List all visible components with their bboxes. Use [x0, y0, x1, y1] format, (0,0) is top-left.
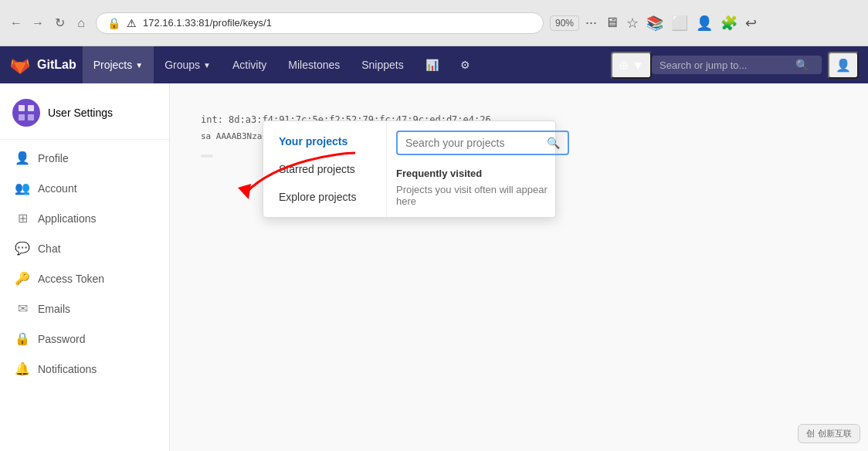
header-search[interactable]: 🔍 [652, 56, 822, 74]
gitlab-logo-icon [9, 54, 31, 76]
projects-dropdown: Your projects Starred projects Explore p… [263, 120, 556, 218]
dropdown-your-projects[interactable]: Your projects [263, 127, 386, 155]
sidebar-item-label-access-token: Access Token [38, 273, 104, 285]
key-block [201, 154, 213, 158]
dropdown-right-panel: 🔍 Frequently visited Projects you visit … [387, 121, 578, 217]
browser-chrome: ← → ↻ ⌂ 🔒 ⚠ 90% ··· 🖥 ☆ 📚 ⬜ 👤 🧩 ↩ [0, 0, 868, 46]
dropdown-search-icon: 🔍 [547, 137, 560, 149]
emails-icon: ✉ [15, 301, 30, 316]
snippets-nav-label: Snippets [361, 59, 403, 71]
sidebar-item-password[interactable]: 🔒 Password [0, 324, 169, 354]
milestones-nav-item[interactable]: Milestones [277, 46, 351, 83]
projects-nav-item[interactable]: Projects ▼ [83, 46, 154, 83]
more-icon[interactable]: ··· [585, 15, 597, 31]
browser-right-icons: ··· 🖥 ☆ 📚 ⬜ 👤 🧩 ↩ [585, 15, 757, 32]
shield-icon: ⚠ [127, 17, 137, 29]
sidebar-item-notifications[interactable]: 🔔 Notifications [0, 354, 169, 384]
extensions-icon[interactable]: 🧩 [721, 15, 737, 32]
activity-nav-label: Activity [232, 59, 266, 71]
password-icon: 🔒 [15, 331, 30, 346]
chart-nav-item[interactable]: 📊 [415, 46, 449, 83]
bookmark-icon[interactable]: ☆ [626, 15, 639, 32]
sidebar-item-label-account: Account [38, 182, 77, 195]
sidebar-item-label-password: Password [38, 333, 85, 345]
content-area: int: 8d:a3:f4:91:7c:5e:f2:52:79:fc:47:9c… [170, 83, 868, 451]
library-icon[interactable]: 📚 [646, 15, 663, 32]
profile-icon: 👤 [15, 151, 30, 165]
groups-nav-item[interactable]: Groups ▼ [154, 46, 222, 83]
sidebar-item-account[interactable]: 👥 Account [0, 173, 169, 203]
sidebar-item-label-applications: Applications [38, 212, 97, 225]
sidebar: User Settings 👤 Profile 👥 Account ⊞ Appl… [0, 83, 170, 451]
access-token-icon: 🔑 [15, 271, 30, 286]
project-search-input[interactable] [405, 137, 541, 149]
address-bar[interactable]: 🔒 ⚠ [96, 12, 544, 34]
home-button[interactable]: ⌂ [73, 15, 90, 32]
settings-nav-item[interactable]: ⚙ [449, 46, 481, 83]
sidebar-item-label-chat: Chat [38, 242, 61, 255]
monitor-icon[interactable]: 🖥 [605, 15, 619, 31]
sidebar-item-label-emails: Emails [38, 303, 70, 315]
tab-icon[interactable]: ⬜ [671, 15, 688, 32]
groups-nav-label: Groups [164, 59, 200, 71]
plus-icon: ⊕ ▼ [619, 59, 644, 72]
zoom-badge: 90% [550, 15, 579, 31]
sidebar-item-emails[interactable]: ✉ Emails [0, 293, 169, 324]
account-nav-icon: 👥 [15, 181, 30, 195]
dropdown-content: Your projects Starred projects Explore p… [263, 121, 555, 217]
back-button[interactable]: ← [8, 15, 25, 32]
main-layout: User Settings 👤 Profile 👥 Account ⊞ Appl… [0, 83, 868, 451]
sidebar-item-chat[interactable]: 💬 Chat [0, 233, 169, 263]
activity-nav-item[interactable]: Activity [222, 46, 277, 83]
user-icon: 👤 [836, 59, 851, 72]
add-button[interactable]: ⊕ ▼ [611, 52, 652, 79]
sidebar-item-label-notifications: Notifications [38, 363, 97, 375]
groups-caret-icon: ▼ [203, 61, 211, 70]
avatar [12, 99, 40, 127]
dropdown-search-box[interactable]: 🔍 [396, 131, 569, 155]
account-icon[interactable]: 👤 [696, 15, 713, 32]
svg-rect-1 [28, 105, 34, 111]
watermark-text: 创新互联 [818, 428, 852, 439]
svg-marker-4 [238, 184, 251, 199]
watermark: 创 创新互联 [798, 424, 860, 443]
notifications-icon: 🔔 [15, 361, 30, 376]
gitlab-logo[interactable]: GitLab [9, 54, 76, 76]
gitlab-logo-text: GitLab [37, 58, 76, 72]
undo-icon[interactable]: ↩ [745, 15, 757, 32]
user-profile-button[interactable]: 👤 [828, 52, 859, 79]
chat-icon: 💬 [15, 241, 30, 256]
header-nav: Projects ▼ Groups ▼ Activity Milestones … [83, 46, 481, 83]
svg-rect-2 [19, 114, 25, 120]
forward-button[interactable]: → [29, 15, 46, 32]
dropdown-starred-projects[interactable]: Starred projects [263, 155, 386, 183]
svg-rect-0 [19, 105, 25, 111]
settings-icon: ⚙ [460, 59, 470, 71]
dropdown-left-panel: Your projects Starred projects Explore p… [263, 121, 387, 217]
svg-rect-3 [28, 114, 34, 120]
gitlab-header: GitLab Projects ▼ Groups ▼ Activity Mile… [0, 46, 868, 83]
dropdown-explore-projects[interactable]: Explore projects [263, 183, 386, 211]
global-search-input[interactable] [659, 59, 789, 71]
security-icon: 🔒 [107, 17, 120, 29]
sidebar-item-profile[interactable]: 👤 Profile [0, 143, 169, 173]
sidebar-item-applications[interactable]: ⊞ Applications [0, 203, 169, 233]
projects-nav-label: Projects [93, 59, 133, 71]
browser-nav-buttons: ← → ↻ ⌂ [8, 15, 90, 32]
watermark-icon: 创 [806, 428, 815, 439]
milestones-nav-label: Milestones [288, 59, 340, 71]
header-user-icons: 👤 [828, 52, 859, 79]
search-icon: 🔍 [795, 59, 809, 71]
chart-icon: 📊 [426, 59, 439, 71]
reload-button[interactable]: ↻ [51, 15, 68, 32]
sidebar-item-access-token[interactable]: 🔑 Access Token [0, 263, 169, 293]
snippets-nav-item[interactable]: Snippets [351, 46, 414, 83]
frequently-visited-title: Frequently visited [396, 168, 569, 179]
applications-icon: ⊞ [15, 211, 30, 226]
sidebar-user-header: User Settings [0, 93, 169, 140]
header-right-icons: ⊕ ▼ [611, 52, 652, 79]
sidebar-item-label-profile: Profile [38, 152, 69, 164]
url-input[interactable] [143, 17, 526, 29]
frequently-visited-desc: Projects you visit often will appear her… [396, 184, 569, 207]
user-settings-title: User Settings [48, 107, 113, 119]
